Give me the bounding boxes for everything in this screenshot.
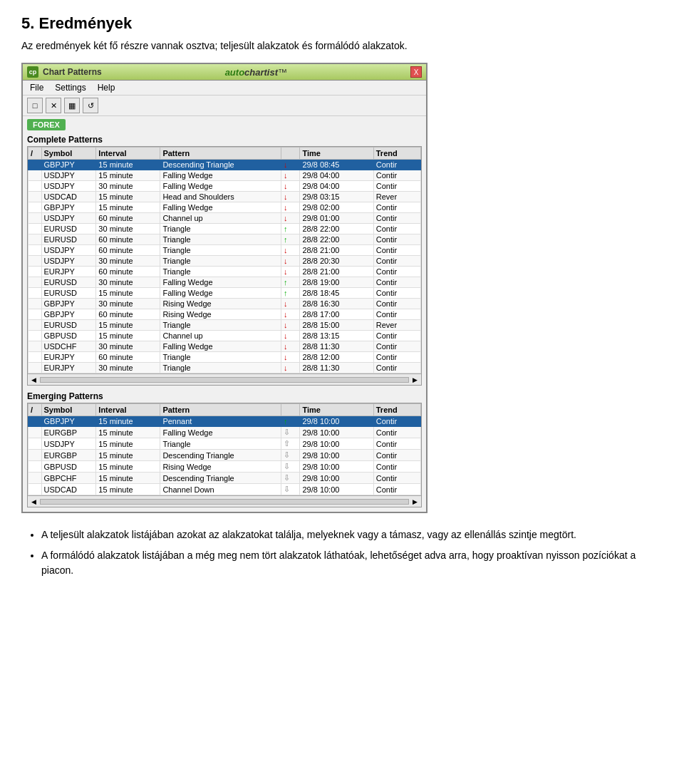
cell-trend: Contir [373,256,420,267]
cell-time: 29/8 10:00 [300,484,373,495]
table-row[interactable]: EURUSD 30 minute Falling Wedge ↑ 28/8 19… [28,277,421,288]
emerging-scrollbar[interactable]: ◀ ▶ [28,495,421,507]
cell-symbol: USDJPY [41,170,96,181]
table-row[interactable]: USDCHF 30 minute Falling Wedge ↓ 28/8 11… [28,341,421,352]
cell-pattern: Rising Wedge [160,309,281,320]
cell-arrow: ↓ [281,352,299,363]
scroll-right-btn[interactable]: ▶ [410,376,420,383]
scroll-track[interactable] [40,499,409,505]
table-row[interactable]: EURJPY 60 minute Triangle ↓ 28/8 21:00 C… [28,267,421,277]
emerging-patterns-title: Emerging Patterns [23,390,426,403]
scroll-right-btn[interactable]: ▶ [410,498,420,505]
table-row[interactable]: GBPUSD 15 minute Rising Wedge ⇩ 29/8 10:… [28,461,421,473]
table-row[interactable]: USDJPY 60 minute Channel up ↓ 29/8 01:00… [28,213,421,224]
cell-arrow: ↑ [281,288,299,299]
cell-arrow: ↓ [281,363,299,373]
table-row[interactable]: GBPJPY 15 minute Falling Wedge ↓ 29/8 02… [28,202,421,213]
cell-time: 28/8 19:00 [300,277,373,288]
forex-badge: FOREX [23,116,426,133]
cell-pattern: Falling Wedge [160,288,281,299]
table-row[interactable]: GBPJPY 30 minute Rising Wedge ↓ 28/8 16:… [28,299,421,309]
table-row[interactable]: USDJPY 30 minute Triangle ↓ 28/8 20:30 C… [28,256,421,267]
toolbar-close[interactable]: ✕ [46,98,61,113]
scroll-left-btn[interactable]: ◀ [29,376,38,383]
cell-trend: Contir [373,438,420,450]
cell-time: 28/8 21:00 [300,267,373,277]
table-row[interactable]: GBPCHF 15 minute Descending Triangle ⇩ 2… [28,473,421,484]
cell-arrow: ↑ [281,277,299,288]
cell-interval: 15 minute [96,320,160,331]
cell-interval: 30 minute [96,277,160,288]
table-row[interactable]: USDCAD 15 minute Channel Down ⇩ 29/8 10:… [28,484,421,495]
menu-settings[interactable]: Settings [53,82,87,93]
cell-pattern: Triangle [160,267,281,277]
cell-arrow: ↓ [281,245,299,256]
table-row[interactable]: EURGBP 15 minute Descending Triangle ⇩ 2… [28,450,421,461]
cell-trend: Contir [373,461,420,473]
cell-pattern: Falling Wedge [160,427,281,438]
table-row[interactable]: EURJPY 30 minute Triangle ↓ 28/8 11:30 C… [28,363,421,373]
table-row[interactable]: USDJPY 15 minute Triangle ⇧ 29/8 10:00 C… [28,438,421,450]
toolbar-refresh[interactable]: ↺ [83,98,98,113]
toolbar-grid[interactable]: ▦ [64,98,80,113]
table-row[interactable]: GBPJPY 15 minute Pennant ↑ 29/8 10:00 Co… [28,416,421,427]
cell-slash [28,320,42,331]
cell-trend: Contir [373,181,420,192]
cell-trend: Contir [373,416,420,427]
cell-interval: 15 minute [96,473,160,484]
cell-arrow: ↑ [281,234,299,245]
menu-help[interactable]: Help [96,82,117,93]
cell-arrow: ↓ [281,299,299,309]
menu-file[interactable]: File [28,82,45,93]
close-button[interactable]: X [410,66,422,78]
cell-pattern: Falling Wedge [160,277,281,288]
scroll-left-btn[interactable]: ◀ [29,498,38,505]
cell-interval: 30 minute [96,341,160,352]
cell-symbol: GBPJPY [41,309,96,320]
table-row[interactable]: GBPJPY 60 minute Rising Wedge ↓ 28/8 17:… [28,309,421,320]
cell-interval: 60 minute [96,267,160,277]
scroll-track[interactable] [40,377,409,383]
cell-slash [28,277,42,288]
cell-arrow: ⇩ [281,473,299,484]
table-row[interactable]: GBPUSD 15 minute Channel up ↓ 28/8 13:15… [28,331,421,341]
complete-scrollbar[interactable]: ◀ ▶ [28,373,421,385]
table-row[interactable]: EURUSD 30 minute Triangle ↑ 28/8 22:00 C… [28,224,421,234]
cell-symbol: USDCHF [41,341,96,352]
cell-symbol: USDJPY [41,213,96,224]
cell-trend: Rever [373,320,420,331]
cell-time: 28/8 11:30 [300,363,373,373]
cell-pattern: Rising Wedge [160,461,281,473]
table-row[interactable]: EURUSD 60 minute Triangle ↑ 28/8 22:00 C… [28,234,421,245]
cell-trend: Contir [373,484,420,495]
col-header-pattern: Pattern [160,148,281,160]
table-row[interactable]: GBPJPY 15 minute Descending Triangle ↓ 2… [28,160,421,170]
cell-slash [28,427,42,438]
cell-time: 28/8 22:00 [300,234,373,245]
cell-slash [28,438,42,450]
table-row[interactable]: EURUSD 15 minute Triangle ↓ 28/8 15:00 R… [28,320,421,331]
complete-patterns-title: Complete Patterns [23,133,426,146]
emerging-table-header-row: / Symbol Interval Pattern Time Trend [28,404,421,416]
cell-pattern: Triangle [160,352,281,363]
cell-time: 29/8 04:00 [300,181,373,192]
cell-trend: Contir [373,202,420,213]
cell-time: 28/8 22:00 [300,224,373,234]
cell-interval: 15 minute [96,160,160,170]
toolbar-new[interactable]: □ [27,98,43,113]
cell-slash [28,202,42,213]
table-row[interactable]: USDCAD 15 minute Head and Shoulders ↓ 29… [28,192,421,202]
cell-interval: 30 minute [96,363,160,373]
table-row[interactable]: EURUSD 15 minute Falling Wedge ↑ 28/8 18… [28,288,421,299]
table-row[interactable]: USDJPY 60 minute Triangle ↓ 28/8 21:00 C… [28,245,421,256]
table-row[interactable]: EURGBP 15 minute Falling Wedge ⇩ 29/8 10… [28,427,421,438]
table-row[interactable]: EURJPY 60 minute Triangle ↓ 28/8 12:00 C… [28,352,421,363]
table-row[interactable]: USDJPY 30 minute Falling Wedge ↓ 29/8 04… [28,181,421,192]
cell-time: 28/8 21:00 [300,245,373,256]
cell-pattern: Descending Triangle [160,473,281,484]
table-row[interactable]: USDJPY 15 minute Falling Wedge ↓ 29/8 04… [28,170,421,181]
cell-time: 29/8 03:15 [300,192,373,202]
cell-arrow: ↓ [281,213,299,224]
cell-slash [28,288,42,299]
cell-symbol: GBPCHF [41,473,96,484]
